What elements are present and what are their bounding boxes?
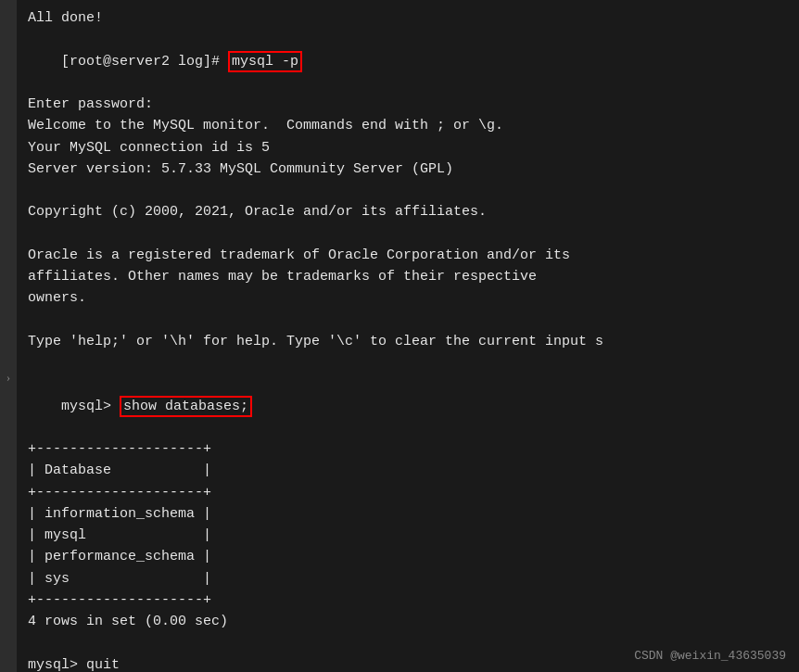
line-show-cmd: mysql> show databases; <box>28 374 788 438</box>
line-conn-id: Your MySQL connection id is 5 <box>28 137 788 158</box>
line-copyright: Copyright (c) 2000, 2021, Oracle and/or … <box>28 201 788 222</box>
line-oracle3: owners. <box>28 287 788 309</box>
line-blank4 <box>28 352 788 374</box>
table-row-sys: | sys | <box>28 568 788 590</box>
mysql-prompt: mysql> <box>61 399 120 414</box>
line-server-ver: Server version: 5.7.33 MySQL Community S… <box>28 158 788 180</box>
line-blank3 <box>28 310 788 331</box>
watermark: CSDN @weixin_43635039 <box>634 649 786 663</box>
mysql-command-highlight: mysql -p <box>228 51 302 72</box>
line-welcome: Welcome to the MySQL monitor. Commands e… <box>28 115 788 136</box>
line-help: Type 'help;' or '\h' for help. Type '\c'… <box>28 331 788 352</box>
line-blank1 <box>28 180 788 201</box>
line-all-done: All done! <box>28 7 788 29</box>
line-enter-pw: Enter password: <box>28 94 788 115</box>
line-blank2 <box>28 223 788 245</box>
show-databases-highlight: show databases; <box>120 396 252 417</box>
rows-count: 4 rows in set (0.00 sec) <box>28 611 788 632</box>
table-row-info-schema: | information_schema | <box>28 503 788 525</box>
terminal-window: All done! [root@server2 log]# mysql -p E… <box>17 0 799 672</box>
table-header: | Database | <box>28 460 788 481</box>
table-row-mysql: | mysql | <box>28 525 788 546</box>
line-oracle1: Oracle is a registered trademark of Orac… <box>28 245 788 266</box>
line-mysql-cmd: [root@server2 log]# mysql -p <box>28 29 788 94</box>
left-sidebar: › <box>0 0 17 672</box>
table-bottom-border: +--------------------+ <box>28 590 788 611</box>
table-top-border: +--------------------+ <box>28 438 788 460</box>
prompt-text: [root@server2 log]# <box>61 54 228 70</box>
table-row-perf-schema: | performance_schema | <box>28 546 788 567</box>
scroll-arrow[interactable]: › <box>6 371 10 385</box>
line-oracle2: affiliates. Other names may be trademark… <box>28 266 788 287</box>
table-separator: +--------------------+ <box>28 482 788 503</box>
